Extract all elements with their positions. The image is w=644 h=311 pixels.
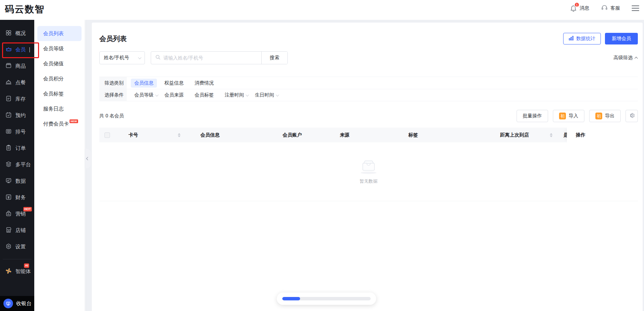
column-actions: 操作 (576, 132, 585, 138)
sidebar-item-label: 排号 (15, 129, 26, 135)
import-label: 导入 (569, 113, 578, 119)
gear-icon (629, 113, 635, 120)
import-button[interactable]: 初 导入 (553, 110, 584, 122)
table-empty-area: 暂无数据 (99, 142, 638, 201)
layers-icon (5, 161, 12, 169)
submenu-item-label: 会员标签 (43, 91, 64, 97)
export-button[interactable]: 初 导出 (589, 110, 621, 122)
condition-birthday-time[interactable]: 生日时间 (251, 92, 278, 98)
app-root: 码云数智 1 消息 客服 (0, 0, 644, 311)
yen-square-icon (5, 194, 12, 202)
submenu-item-label: 会员储值 (43, 61, 64, 67)
submenu-item-label: 会员列表 (43, 30, 64, 37)
filter-tab-consumption[interactable]: 消费情况 (191, 79, 217, 88)
column-source: 来源 (340, 132, 349, 138)
column-member-info: 会员信息 (200, 132, 220, 138)
data-stats-button[interactable]: 数据统计 (563, 33, 601, 44)
sidebar-item-label: 商品 (15, 63, 26, 69)
sidebar-item-label: 数据 (15, 178, 26, 184)
messages-button[interactable]: 1 消息 (570, 4, 589, 12)
sidebar-item-settings[interactable]: 设置 (0, 238, 34, 255)
sidebar-item-inventory[interactable]: 库存 (0, 91, 34, 107)
select-all-checkbox[interactable] (104, 132, 110, 138)
sidebar-item-label: 多平台 (15, 161, 31, 168)
hot-badge: HOT (23, 207, 32, 211)
condition-member-tag[interactable]: 会员标签 (191, 92, 214, 98)
secondary-sidebar: 会员列表 会员等级 会员储值 会员积分 会员标签 服务日志 付费会员卡 NEW (34, 20, 85, 311)
condition-member-source[interactable]: 会员来源 (161, 92, 184, 98)
chevron-up-icon (634, 56, 638, 60)
support-button[interactable]: 客服 (601, 4, 620, 12)
sidebar-item-label: 点餐 (15, 79, 26, 86)
sidebar-item-queue[interactable]: 排号 (0, 124, 34, 140)
data-stats-label: 数据统计 (576, 36, 595, 42)
top-bar: 码云数智 1 消息 客服 (0, 0, 644, 20)
storefront-icon (5, 226, 12, 234)
submenu-item-member-stored-value[interactable]: 会员储值 (37, 56, 82, 71)
search-input-group: 搜索 (151, 51, 288, 64)
sidebar-item-finance[interactable]: 财务 (0, 189, 34, 206)
sidebar-item-ordering[interactable]: 点餐 (0, 74, 34, 91)
sidebar-item-label: 库存 (15, 96, 26, 102)
batch-action-button[interactable]: 批量操作 (517, 110, 548, 122)
page-title: 会员列表 (99, 34, 127, 43)
search-button[interactable]: 搜索 (261, 52, 287, 64)
advanced-filter-toggle[interactable]: 高级筛选 (614, 55, 638, 61)
headset-icon (601, 4, 608, 12)
submenu-item-label: 会员等级 (43, 46, 64, 52)
member-list-card: 会员列表 数据统计 新增会员 姓名/手机号 (92, 23, 643, 311)
filter-tab-rights-info[interactable]: 权益信息 (161, 79, 187, 88)
sidebar-item-agent[interactable]: 智能体 AI (0, 263, 34, 280)
submenu-item-service-log[interactable]: 服务日志 (37, 101, 82, 116)
sort-icon[interactable] (178, 133, 181, 137)
submenu-item-member-list[interactable]: 会员列表 (37, 26, 82, 41)
search-icon (155, 54, 161, 61)
add-member-button[interactable]: 新增会员 (605, 33, 638, 44)
search-input-box[interactable] (151, 52, 261, 64)
ticket-icon (5, 128, 12, 136)
sidebar-item-cashier[interactable]: 收银台 (0, 296, 34, 311)
column-settings-button[interactable] (626, 110, 638, 122)
empty-text: 暂无数据 (360, 178, 377, 184)
filter-category-label: 筛选类别 (99, 77, 127, 89)
tutorial-badge: 初 (595, 113, 602, 119)
search-input[interactable] (163, 55, 257, 61)
sidebar-item-label: 概况 (15, 30, 26, 37)
member-count: 共 0 名会员 (99, 113, 124, 119)
sidebar-item-label: 营销 (15, 211, 26, 217)
sidebar-item-goods[interactable]: 商品 (0, 58, 34, 74)
sidebar-collapse-handle[interactable] (85, 149, 91, 168)
sidebar-item-members[interactable]: 会员 (0, 41, 34, 58)
sidebar-item-store[interactable]: 店铺 (0, 222, 34, 238)
sidebar-item-label: 会员 (15, 47, 26, 53)
filter-panel: 筛选类别 会员信息 权益信息 消费情况 选择条件 会员等级 会员来源 会员标签 … (99, 77, 638, 101)
sidebar-item-orders[interactable]: 订单 (0, 140, 34, 156)
sidebar-item-marketing[interactable]: 营销 HOT (0, 206, 34, 222)
sidebar-divider (3, 259, 32, 259)
submenu-item-member-level[interactable]: 会员等级 (37, 41, 82, 56)
sort-icon[interactable] (550, 133, 553, 137)
tutorial-badge: 初 (559, 113, 566, 119)
filter-tab-member-info[interactable]: 会员信息 (131, 79, 157, 88)
sidebar-item-data[interactable]: 数据 (0, 173, 34, 189)
sidebar-item-label: 智能体 (15, 268, 31, 275)
sidebar-item-multiplatform[interactable]: 多平台 (0, 156, 34, 173)
condition-register-time[interactable]: 注册时间 (221, 92, 248, 98)
submenu-item-paid-member-card[interactable]: 付费会员卡 NEW (37, 116, 82, 131)
messages-count-badge: 1 (574, 2, 580, 8)
chevron-down-icon (246, 93, 249, 96)
condition-member-level[interactable]: 会员等级 (131, 92, 158, 98)
menu-icon[interactable] (632, 4, 639, 12)
messages-label: 消息 (580, 5, 589, 11)
bell-icon: 1 (570, 4, 577, 12)
search-field-select[interactable]: 姓名/手机号 (99, 51, 145, 64)
sidebar-item-overview[interactable]: 概况 (0, 25, 34, 41)
package-icon (5, 62, 12, 70)
bar-chart-icon (569, 36, 574, 42)
submenu-item-member-tags[interactable]: 会员标签 (37, 86, 82, 101)
sidebar-item-reservation[interactable]: 预约 (0, 107, 34, 124)
sidebar-item-label: 店铺 (15, 227, 26, 234)
column-tags: 标签 (408, 132, 418, 138)
loading-track (282, 297, 371, 300)
submenu-item-member-points[interactable]: 会员积分 (37, 71, 82, 86)
